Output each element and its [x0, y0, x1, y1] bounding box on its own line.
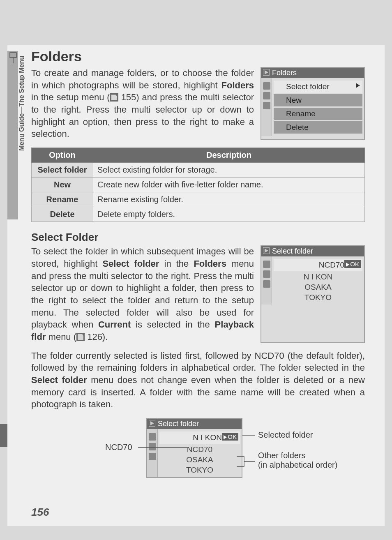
- intro-paragraph: To create and manage folders, or to choo…: [31, 67, 254, 140]
- chevron-right-icon: [356, 83, 360, 88]
- side-tab-label: Menu Guide—The Setup Menu: [18, 56, 26, 151]
- table-header-description: Description: [93, 148, 365, 163]
- lcd-title: Select folder: [261, 246, 364, 256]
- table-row: DeleteDelete empty folders.: [32, 207, 365, 222]
- label-selected-folder: Selected folder: [258, 430, 313, 440]
- lcd-select-folder: Select folder NCD70OK N I KON OSAKA TOKY…: [261, 245, 365, 343]
- ok-indicator: OK: [344, 260, 361, 268]
- lcd-item: TOKYO: [274, 293, 362, 302]
- options-table: Option Description Select folderSelect e…: [31, 148, 365, 222]
- manual-ref-icon: [110, 93, 118, 102]
- table-row: RenameRename existing folder.: [32, 192, 365, 207]
- lcd-folders-menu: Folders Select folder New Rename Delete: [261, 67, 365, 140]
- lcd-item-new: New: [274, 94, 362, 106]
- explanation-paragraph: The folder currently selected is listed …: [31, 350, 365, 411]
- lcd-item-rename: Rename: [274, 108, 362, 120]
- manual-ref-icon: [76, 333, 85, 341]
- label-ncd70: NCD70: [105, 443, 132, 452]
- page-number: 156: [31, 506, 49, 519]
- lcd-item-delete: Delete: [274, 121, 362, 134]
- select-folder-heading: Select Folder: [31, 231, 365, 244]
- lcd-side-icons: [261, 78, 272, 136]
- table-row: NewCreate new folder with five-letter fo…: [32, 178, 365, 192]
- page-title: Folders: [31, 48, 365, 65]
- select-folder-paragraph: To select the folder in which subsequent…: [31, 245, 254, 343]
- playback-icon: [263, 69, 270, 76]
- lcd-item: N I KON: [274, 272, 362, 282]
- svg-rect-0: [10, 53, 16, 58]
- table-row: Select folderSelect existing folder for …: [32, 163, 365, 178]
- setup-menu-icon: [9, 52, 17, 64]
- lcd-item-selected: NCD70OK: [274, 259, 362, 271]
- playback-icon: [263, 247, 270, 254]
- page-marker: [0, 424, 7, 447]
- folder-diagram: Select folder N I KONOK NCD70 OSAKA TOKY…: [31, 418, 365, 490]
- table-header-option: Option: [32, 148, 93, 163]
- lcd-item-select-folder: Select folder: [274, 81, 362, 93]
- lcd-side-icons: [261, 256, 272, 305]
- lcd-item: OSAKA: [274, 283, 362, 292]
- side-tab: [7, 51, 18, 219]
- label-other-folders: Other folders(in alphabetical order): [258, 451, 337, 470]
- lcd-title: Folders: [261, 68, 364, 78]
